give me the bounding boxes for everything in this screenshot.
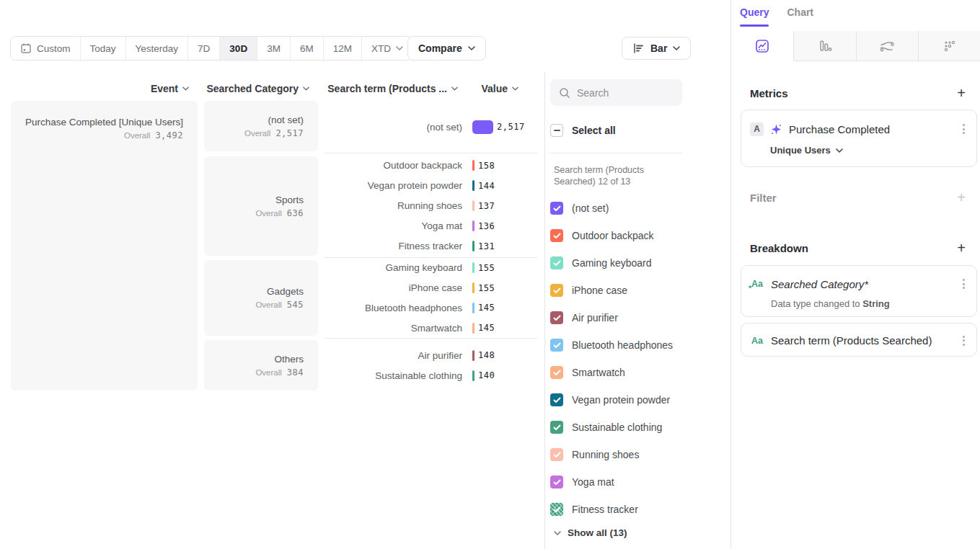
date-range-30d[interactable]: 30D — [219, 37, 257, 60]
chevron-down-icon — [673, 46, 680, 50]
metric-menu-button[interactable] — [960, 121, 968, 137]
column-header-category[interactable]: Searched Category — [204, 81, 309, 97]
date-range-7d[interactable]: 7D — [187, 37, 219, 60]
tab-query[interactable]: Query — [740, 6, 769, 27]
term-row: Bluetooth headphones 145 — [324, 298, 537, 318]
term-row: Fitness tracker 131 — [324, 236, 537, 256]
sidebar-tabs: Query Chart — [740, 6, 813, 27]
select-all-row[interactable]: Select all — [550, 124, 616, 137]
checkbox-row[interactable]: Vegan protein powder — [550, 386, 716, 414]
term-row: Outdoor backpack 158 — [324, 156, 537, 176]
search-icon — [559, 87, 570, 99]
date-range-custom[interactable]: Custom — [11, 37, 80, 60]
term-row: Vegan protein powder 144 — [324, 176, 537, 196]
checkbox-checked[interactable] — [550, 448, 563, 461]
add-metric-button[interactable]: + — [957, 86, 966, 100]
value-bar — [472, 200, 474, 211]
chevron-down-icon — [836, 148, 843, 153]
term-group: (not set) 2,517 — [324, 101, 537, 153]
chevron-down-icon — [451, 86, 458, 91]
breakdown-section-header: Breakdown + — [750, 241, 966, 255]
select-all-checkbox[interactable] — [550, 124, 563, 137]
term-row: Sustainable clothing 140 — [324, 365, 537, 385]
string-property-icon: Aa — [750, 336, 764, 346]
checkbox-row[interactable]: Outdoor backpack — [550, 222, 716, 249]
event-cell: Purchase Completed [Unique Users] Overal… — [11, 101, 198, 390]
checkbox-checked[interactable] — [550, 366, 563, 379]
value-bar — [472, 350, 474, 361]
checkbox-checked[interactable] — [550, 421, 563, 434]
term-row: Air purifier 148 — [324, 345, 537, 365]
checkbox-checked[interactable] — [550, 284, 563, 297]
metrics-title: Metrics — [750, 87, 788, 99]
breakdown-menu-button[interactable] — [960, 333, 968, 349]
show-all-button[interactable]: Show all (13) — [554, 527, 627, 538]
term-row: Gaming keyboard 155 — [324, 258, 537, 278]
term-group: Air purifier 148 Sustainable clothing 14… — [324, 339, 537, 392]
breakdown-title: Breakdown — [750, 242, 808, 254]
column-header-term[interactable]: Search term (Products ... — [324, 81, 458, 97]
checkbox-checked[interactable] — [550, 202, 563, 215]
checkbox-checked[interactable] — [550, 339, 563, 352]
date-range-xtd[interactable]: XTD — [361, 37, 412, 60]
checkbox-checked[interactable] — [550, 256, 563, 269]
metric-letter-badge: A — [750, 122, 764, 136]
checkbox-checked[interactable] — [550, 393, 563, 406]
column-header-value[interactable]: Value — [468, 81, 518, 97]
insights-icon — [754, 38, 770, 54]
add-breakdown-button[interactable]: + — [957, 241, 966, 255]
checkbox-checked[interactable] — [550, 311, 563, 324]
checkbox-checked[interactable] — [550, 229, 563, 242]
term-row: Yoga mat 136 — [324, 216, 537, 236]
filter-divider — [550, 153, 682, 153]
checkbox-row[interactable]: (not set) — [550, 195, 716, 222]
search-input[interactable] — [577, 87, 671, 99]
checkbox-row[interactable]: Yoga mat — [550, 468, 716, 496]
checkbox-row[interactable]: Air purifier — [550, 304, 716, 331]
filter-section-header: Filter + — [750, 190, 966, 205]
breakdown-property-name: Search term (Products Searched) — [771, 334, 953, 347]
term-group: Gaming keyboard 155 iPhone case 155 Blue… — [324, 258, 537, 338]
date-range-yesterday[interactable]: Yesterday — [125, 37, 188, 60]
tab-retention[interactable] — [918, 31, 980, 61]
measure-dropdown[interactable]: Unique Users — [770, 145, 976, 156]
breakdown-card[interactable]: Aa Search term (Products Searched) — [741, 323, 977, 357]
chart-type-select[interactable]: Bar — [622, 37, 691, 60]
checkbox-row[interactable]: Gaming keyboard — [550, 249, 716, 277]
checkbox-row[interactable]: Bluetooth headphones — [550, 331, 716, 359]
breakdown-note: Data type changed to String — [771, 298, 976, 309]
date-range-today[interactable]: Today — [80, 37, 125, 60]
checkbox-row[interactable]: Sustainable clothing — [550, 414, 716, 441]
compare-button[interactable]: Compare — [407, 36, 486, 61]
checkbox-checked[interactable] — [550, 503, 563, 516]
checkbox-row[interactable]: Running shoes — [550, 441, 716, 468]
date-range-12m[interactable]: 12M — [323, 37, 361, 60]
add-filter-button[interactable]: + — [957, 190, 966, 205]
term-row: iPhone case 155 — [324, 278, 537, 298]
chevron-down-icon — [554, 531, 561, 535]
checkbox-row[interactable]: Smartwatch — [550, 359, 716, 386]
metrics-section-header: Metrics + — [750, 86, 966, 100]
checkbox-row[interactable]: iPhone case — [550, 277, 716, 304]
column-header-event[interactable]: Event — [11, 81, 189, 97]
value-bar — [472, 262, 474, 273]
tab-chart[interactable]: Chart — [787, 6, 813, 27]
date-range-6m[interactable]: 6M — [290, 37, 323, 60]
report-type-tabs — [731, 31, 980, 61]
checkbox-row[interactable]: Fitness tracker — [550, 496, 716, 523]
tab-insights[interactable] — [731, 31, 793, 61]
tab-funnels[interactable] — [793, 31, 856, 61]
date-range-3m[interactable]: 3M — [257, 37, 290, 60]
metric-card[interactable]: A Purchase Completed Unique Users — [741, 110, 977, 167]
filter-list-label: Search term (Products Searched) 12 of 13 — [554, 164, 687, 187]
breakdown-menu-button[interactable] — [960, 276, 968, 292]
term-row: Smartwatch 145 — [324, 318, 537, 338]
tab-flows[interactable] — [856, 31, 919, 61]
metric-event-name: Purchase Completed — [789, 123, 953, 135]
category-cell: Sports Overall636 — [204, 156, 318, 256]
chevron-down-icon — [512, 86, 518, 91]
checkbox-checked[interactable] — [550, 476, 563, 488]
chevron-down-icon — [182, 86, 189, 91]
calendar-icon — [20, 43, 32, 54]
breakdown-card[interactable]: Aa* Searched Category* Data type changed… — [741, 265, 977, 317]
